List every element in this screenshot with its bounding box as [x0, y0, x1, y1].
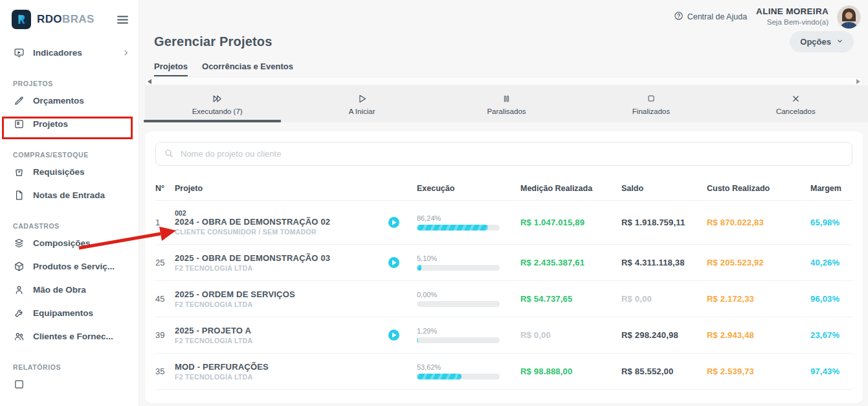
sidebar-section-cadastros: CADASTROS: [0, 222, 139, 231]
scroll-left-icon[interactable]: [148, 79, 151, 84]
help-center-link[interactable]: Central de Ajuda: [674, 11, 747, 23]
project-client: F2 TECNOLOGIA LTDA: [175, 373, 388, 381]
sidebar-item-label: Notas de Entrada: [33, 190, 105, 200]
options-button[interactable]: Opções: [790, 31, 854, 52]
execution-cell: 5,10%: [417, 254, 520, 271]
sidebar-item-produtos-e-servicos[interactable]: Produtos e Serviç...: [0, 254, 139, 278]
project-number: 1: [155, 218, 175, 227]
project-name: 2025 - PROJETO A: [175, 326, 388, 335]
table-row[interactable]: 25 2025 - OBRA DE DEMONSTRAÇÃO 03 F2 TEC…: [155, 245, 852, 281]
medicao-value: R$ 54.737,65: [520, 294, 621, 304]
project-name: MOD - PERFURAÇÕES: [175, 362, 388, 372]
project-number: 35: [155, 367, 175, 376]
col-saldo: Saldo: [621, 184, 707, 193]
progress-bar: [417, 301, 500, 307]
file-icon: [13, 189, 25, 201]
sidebar-item-partial[interactable]: [0, 372, 139, 396]
project-client: F2 TECNOLOGIA LTDA: [175, 300, 388, 308]
saldo-value: R$ 0,00: [621, 294, 707, 304]
sidebar-item-label: Composições: [33, 238, 91, 248]
sidebar-item-clientes-e-fornecedores[interactable]: Clientes e Fornec...: [0, 324, 139, 348]
pencil-icon: [13, 95, 25, 106]
saldo-value: R$ 298.240,98: [621, 330, 707, 340]
scroll-right-icon[interactable]: [856, 79, 860, 84]
medicao-value: R$ 0,00: [520, 330, 621, 340]
status-tab-paralisados[interactable]: Paralisados: [434, 85, 579, 122]
sidebar-item-label: Clientes e Fornec...: [33, 332, 113, 341]
status-tab-cancelados[interactable]: Cancelados: [724, 85, 868, 122]
table-row[interactable]: 39 2025 - PROJETO A F2 TECNOLOGIA LTDA 1…: [155, 317, 852, 354]
project-cell: 2025 - OBRA DE DEMONSTRAÇÃO 03 F2 TECNOL…: [175, 253, 388, 272]
main-content: Central de Ajuda ALINE MOREIRA Seja Bem-…: [139, 0, 868, 406]
table-row[interactable]: 1 002 2024 - OBRA DE DEMONSTRAÇÃO 02 CLI…: [155, 201, 852, 245]
chevron-right-icon: [122, 49, 129, 56]
execution-cell: 53,62%: [417, 363, 520, 379]
saldo-value: R$ 4.311.118,38: [621, 258, 707, 267]
col-projeto: Projeto: [175, 184, 388, 193]
custo-value: R$ 205.523,92: [707, 258, 810, 267]
sidebar-item-requisicoes[interactable]: Requisições: [0, 160, 139, 183]
medicao-value: R$ 98.888,00: [520, 367, 621, 376]
tab-projetos[interactable]: Projetos: [154, 62, 188, 76]
project-client: F2 TECNOLOGIA LTDA: [175, 264, 388, 272]
execution-cell: 1,29%: [417, 327, 520, 343]
x-icon: [791, 93, 801, 104]
margem-value: 40,26%: [810, 258, 852, 267]
table-row[interactable]: 35 MOD - PERFURAÇÕES F2 TECNOLOGIA LTDA …: [155, 354, 852, 390]
saldo-value: R$ 1.918.759,11: [621, 218, 707, 227]
sidebar-item-notas-de-entrada[interactable]: Notas de Entrada: [0, 183, 139, 207]
fast-forward-icon: [211, 93, 223, 104]
margem-value: 97,43%: [810, 367, 852, 376]
project-client: F2 TECNOLOGIA LTDA: [175, 337, 388, 344]
col-numero: N°: [155, 184, 175, 193]
avatar[interactable]: [838, 6, 860, 28]
running-indicator-icon: [388, 217, 399, 228]
layers-icon: [13, 237, 25, 249]
project-name: 2024 - OBRA DE DEMONSTRAÇÃO 02: [175, 217, 388, 227]
project-client: CLIENTE CONSUMIDOR / SEM TOMADOR: [175, 228, 388, 236]
sidebar-section-compras-estoque: COMPRAS/ESTOQUE: [0, 151, 139, 160]
horizontal-scrollbar[interactable]: [145, 77, 863, 85]
execution-cell: 0,00%: [417, 291, 520, 307]
topbar: Central de Ajuda ALINE MOREIRA Seja Bem-…: [145, 0, 863, 28]
sidebar-item-label: Mão de Obra: [33, 285, 86, 295]
table-row[interactable]: 45 2025 - ORDEM DE SERVIÇOS F2 TECNOLOGI…: [155, 281, 852, 317]
project-cell: MOD - PERFURAÇÕES F2 TECNOLOGIA LTDA: [175, 362, 388, 381]
col-margem: Margem: [810, 184, 852, 193]
project-name: 2025 - OBRA DE DEMONSTRAÇÃO 03: [175, 253, 388, 263]
col-medicao-realizada: Medição Realizada: [520, 184, 621, 193]
status-tab-a-iniciar[interactable]: A Iniciar: [289, 85, 434, 122]
progress-bar: [417, 265, 500, 271]
user-name: ALINE MOREIRA: [756, 6, 829, 17]
user-info[interactable]: ALINE MOREIRA Seja Bem-vindo(a): [756, 6, 829, 27]
sidebar-item-equipamentos[interactable]: Equipamentos: [0, 301, 139, 324]
status-tab-finalizados[interactable]: Finalizados: [579, 85, 723, 122]
sidebar-item-label: Equipamentos: [33, 308, 93, 318]
saldo-value: R$ 85.552,00: [621, 367, 707, 376]
progress-label: 86,24%: [417, 214, 520, 222]
title-row: Gerenciar Projetos Opções: [145, 28, 863, 52]
sidebar-item-projetos[interactable]: Projetos: [0, 112, 139, 135]
page-tabs: Projetos Ocorrências e Eventos: [145, 52, 863, 76]
project-code: 002: [175, 209, 388, 217]
sidebar-item-label: Requisições: [33, 167, 85, 177]
sidebar-item-mao-de-obra[interactable]: Mão de Obra: [0, 278, 139, 301]
status-filter-bar: Executando (7) A Iniciar Paralisados F: [145, 85, 868, 122]
menu-toggle-icon[interactable]: [117, 16, 128, 24]
running-indicator-icon: [388, 330, 399, 341]
board-icon: [13, 118, 25, 130]
page-title: Gerenciar Projetos: [154, 34, 273, 49]
sidebar-item-indicadores[interactable]: Indicadores: [0, 41, 139, 64]
tab-ocorrencias-e-eventos[interactable]: Ocorrências e Eventos: [202, 62, 293, 76]
search-wrap: [155, 142, 852, 166]
progress-bar: [417, 374, 500, 379]
dashboard-icon: [13, 47, 25, 58]
status-tab-executando[interactable]: Executando (7): [145, 85, 289, 122]
search-input[interactable]: [155, 142, 852, 166]
stop-icon: [646, 93, 656, 104]
sidebar-item-composicoes[interactable]: Composições: [0, 231, 139, 254]
user-greeting: Seja Bem-vindo(a): [756, 17, 829, 27]
bag-icon: [13, 166, 25, 177]
sidebar-item-orcamentos[interactable]: Orçamentos: [0, 89, 139, 112]
progress-label: 5,10%: [417, 254, 520, 262]
